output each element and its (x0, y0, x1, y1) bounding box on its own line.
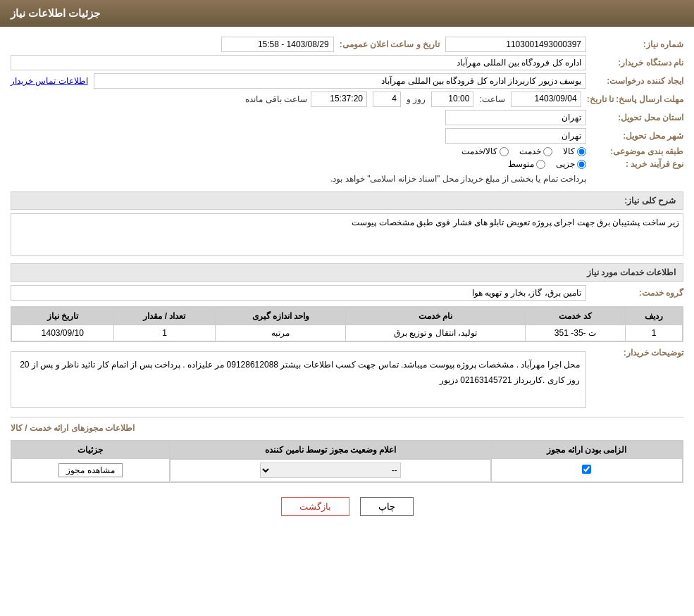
radio-service: خدمت (519, 146, 552, 156)
buyer-notes-label: توضیحات خریدار: (592, 348, 683, 358)
radio-service-input[interactable] (543, 147, 552, 156)
purchase-type-radio-group: جزیی متوسط (11, 159, 586, 169)
col-header-date: تاریخ نیاز (12, 308, 114, 325)
response-deadline-row: مهلت ارسال پاسخ: تا تاریخ: 1403/09/04 سا… (11, 92, 683, 107)
need-number-row: شماره نیاز: 1103001493000397 تاریخ و ساع… (11, 37, 683, 52)
footer-buttons: چاپ بازگشت (11, 497, 683, 516)
col-header-code: کد خدمت (525, 308, 626, 325)
radio-medium: متوسط (508, 159, 545, 169)
creator-label: ایجاد کننده درخواست: (592, 76, 683, 86)
creator-row: ایجاد کننده درخواست: یوسف دزیور کاربرداز… (11, 73, 683, 89)
permits-table-container: الزامی بودن ارائه مجوز اعلام وضعیت مجوز … (11, 440, 683, 483)
time-field: 10:00 (431, 92, 473, 107)
need-description-textarea[interactable] (11, 213, 683, 256)
service-group-label: گروه خدمت: (592, 288, 683, 298)
need-number-value: 1103001493000397 (445, 37, 586, 52)
table-cell-row: 1 (626, 325, 683, 341)
remaining-time-field: 15:37:20 (311, 92, 367, 107)
service-group-value: تامین برق، گاز، بخار و تهویه هوا (11, 285, 586, 301)
services-table: ردیف کد خدمت نام خدمت واحد اندازه گیری ت… (11, 307, 683, 341)
buyer-notes-row: توضیحات خریدار: محل اجرا مهرآباد . مشخصا… (11, 348, 683, 411)
permit-required-cell (491, 459, 682, 482)
need-description-title: شرح کلی نیاز: (11, 191, 683, 210)
permit-col-details: جزئیات (12, 441, 170, 459)
department-row: نام دستگاه خریدار: اداره کل فرودگاه بین … (11, 55, 683, 70)
remaining-label: ساعت باقی مانده (245, 94, 307, 104)
city-row: شهر محل تحویل: تهران (11, 128, 683, 144)
radio-partial-input[interactable] (577, 160, 586, 169)
table-cell-name: تولید، انتقال و توزیع برق (346, 325, 525, 341)
radio-goods: کالا (563, 146, 586, 156)
col-header-unit: واحد اندازه گیری (216, 308, 346, 325)
remaining-time-container: 15:37:20 ساعت باقی مانده (245, 92, 367, 107)
table-cell-date: 1403/09/10 (12, 325, 114, 341)
date-field: 1403/09/04 (511, 92, 581, 107)
page-header: جزئیات اطلاعات نیاز (0, 0, 694, 27)
back-button[interactable]: بازگشت (281, 497, 349, 516)
category-label: طبقه بندی موضوعی: (592, 146, 683, 156)
permit-col-required: الزامی بودن ارائه مجوز (491, 441, 682, 459)
radio-service-label: خدمت (519, 146, 541, 156)
permit-col-status: اعلام وضعیت مجوز توسط نامین کننده (169, 441, 491, 459)
page-title: جزئیات اطلاعات نیاز (11, 7, 100, 19)
permit-required-checkbox[interactable] (582, 465, 591, 474)
permits-section-title-row: اطلاعات مجوزهای ارائه خدمت / کالا (11, 423, 683, 433)
need-number-label: شماره نیاز: (592, 39, 683, 49)
permit-details-cell: مشاهده مجوز (12, 459, 170, 482)
table-row: --مشاهده مجوز (12, 459, 683, 482)
need-description-section: شرح کلی نیاز: (11, 191, 683, 258)
radio-medium-label: متوسط (508, 159, 534, 169)
radio-goods-service: کالا/خدمت (461, 146, 509, 156)
creator-value: یوسف دزیور کاربرداز اداره کل فرودگاه بین… (94, 73, 586, 89)
col-header-qty: تعداد / مقدار (113, 308, 216, 325)
time-label: ساعت: (479, 94, 504, 104)
table-cell-quantity: 1 (113, 325, 216, 341)
radio-partial-label: جزیی (556, 159, 575, 169)
services-table-container: ردیف کد خدمت نام خدمت واحد اندازه گیری ت… (11, 306, 683, 342)
view-permit-button[interactable]: مشاهده مجوز (58, 463, 122, 477)
col-header-row: ردیف (626, 308, 683, 325)
radio-goods-input[interactable] (577, 147, 586, 156)
permit-status-cell: -- (170, 459, 491, 482)
permits-table: الزامی بودن ارائه مجوز اعلام وضعیت مجوز … (11, 441, 683, 482)
table-cell-code: ت -35- 351 (525, 325, 626, 341)
services-section-title: اطلاعات خدمات مورد نیاز (11, 263, 683, 282)
radio-goods-service-input[interactable] (500, 147, 509, 156)
radio-medium-input[interactable] (536, 160, 545, 169)
purchase-type-row: نوع فرآیند خرید : جزیی متوسط پرداخت تمام… (11, 159, 683, 186)
department-label: نام دستگاه خریدار: (592, 58, 683, 68)
creator-contact-link[interactable]: اطلاعات تماس خریدار (11, 76, 88, 86)
days-label: روز و (407, 94, 426, 104)
days-field: 4 (373, 92, 401, 107)
city-label: شهر محل تحویل: (592, 131, 683, 141)
service-group-row: گروه خدمت: تامین برق، گاز، بخار و تهویه … (11, 285, 683, 301)
province-value: تهران (445, 110, 586, 125)
buyer-notes-text: محل اجرا مهرآباد . مشخصات پروژه پیوست می… (20, 360, 580, 385)
category-radio-group: کالا خدمت کالا/خدمت (461, 146, 586, 156)
response-deadline-label: مهلت ارسال پاسخ: تا تاریخ: (587, 94, 683, 104)
province-row: استان محل تحویل: تهران (11, 110, 683, 125)
province-label: استان محل تحویل: (592, 113, 683, 122)
radio-goods-label: کالا (563, 146, 575, 156)
buyer-notes-box: محل اجرا مهرآباد . مشخصات پروژه پیوست می… (11, 351, 586, 408)
table-row: 1ت -35- 351تولید، انتقال و توزیع برقمرتب… (12, 325, 683, 341)
category-row: طبقه بندی موضوعی: کالا خدمت کالا/خدمت (11, 146, 683, 156)
divider (11, 417, 683, 417)
col-header-name: نام خدمت (346, 308, 525, 325)
announce-label: تاریخ و ساعت اعلان عمومی: (340, 39, 440, 49)
department-value: اداره کل فرودگاه بین المللی مهرآباد (11, 55, 586, 70)
table-cell-unit: مرتبه (216, 325, 346, 341)
purchase-notice: پرداخت تمام یا بخشی از مبلغ خریداز محل "… (11, 172, 586, 186)
print-button[interactable]: چاپ (360, 497, 414, 516)
purchase-type-label: نوع فرآیند خرید : (592, 159, 683, 169)
city-value: تهران (445, 128, 586, 144)
permits-section-title: اطلاعات مجوزهای ارائه خدمت / کالا (11, 423, 135, 433)
radio-goods-service-label: کالا/خدمت (461, 146, 497, 156)
permit-status-select[interactable]: -- (260, 463, 401, 478)
announce-value: 1403/08/29 - 15:58 (221, 37, 334, 52)
radio-partial: جزیی (556, 159, 586, 169)
